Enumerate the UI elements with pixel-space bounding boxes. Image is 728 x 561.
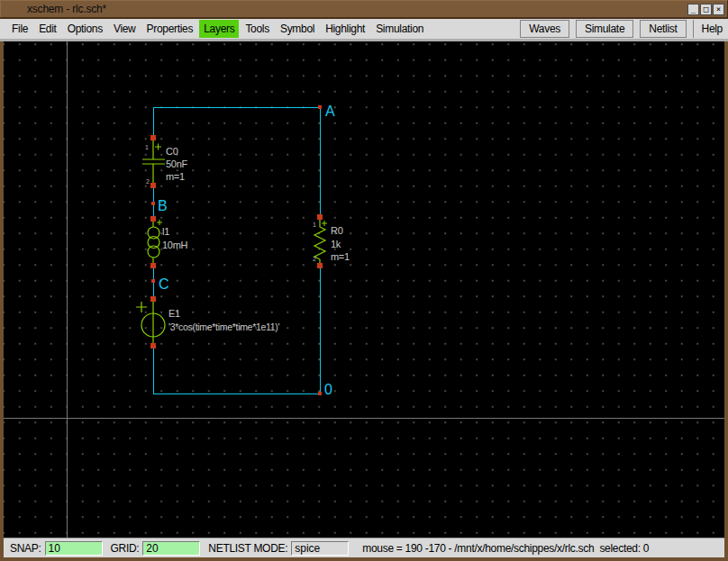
net-label-gnd[interactable]: 0 bbox=[324, 382, 332, 397]
menu-view[interactable]: View bbox=[109, 20, 141, 38]
pin-number: 1 bbox=[145, 144, 149, 150]
minimize-icon[interactable]: _ bbox=[687, 4, 699, 15]
xschem-window: xschem - rlc.sch* _ □ × File Edit Option… bbox=[0, 0, 728, 561]
component-value: 50nF bbox=[166, 158, 187, 169]
pin-square bbox=[150, 135, 156, 140]
close-icon[interactable]: × bbox=[713, 4, 724, 15]
component-value: 10mH bbox=[162, 240, 187, 250]
menubar: File Edit Options View Properties Layers… bbox=[0, 17, 728, 41]
statusbar: SNAP: GRID: NETLIST MODE: mouse = 190 -1… bbox=[4, 538, 724, 557]
schematic-canvas[interactable]: 1 2 C0 50nF m=1 l1 10mH bbox=[4, 41, 724, 538]
net-label-a[interactable]: A bbox=[325, 104, 335, 119]
grid-label: GRID: bbox=[111, 542, 140, 555]
snap-input[interactable] bbox=[45, 541, 103, 556]
polarity-plus-icon bbox=[322, 221, 327, 226]
simulate-button[interactable]: Simulate bbox=[576, 20, 633, 38]
pin-square bbox=[317, 214, 323, 220]
menu-layers[interactable]: Layers bbox=[199, 20, 239, 38]
component-ref: C0 bbox=[166, 146, 178, 157]
net-label-c[interactable]: C bbox=[159, 276, 168, 292]
pin-number: 2 bbox=[146, 178, 150, 185]
menu-edit[interactable]: Edit bbox=[34, 20, 60, 38]
resistor-r0[interactable]: 1 2 R0 1k m=1 bbox=[313, 214, 350, 268]
netlist-button[interactable]: Netlist bbox=[640, 20, 686, 38]
component-ref: R0 bbox=[331, 225, 343, 236]
menu-file[interactable]: File bbox=[7, 20, 32, 38]
component-ref: E1 bbox=[168, 308, 180, 319]
menu-highlight[interactable]: Highlight bbox=[321, 20, 369, 38]
pin-square bbox=[317, 263, 323, 268]
snap-label: SNAP: bbox=[10, 542, 41, 555]
polarity-plus-icon bbox=[157, 220, 162, 225]
inductor-l1[interactable]: l1 10mH bbox=[148, 216, 187, 268]
netlist-mode-label: NETLIST MODE: bbox=[208, 542, 287, 555]
grid-input[interactable] bbox=[142, 541, 200, 556]
menu-actions: Waves Simulate Netlist Help bbox=[520, 20, 728, 38]
component-mult: m=1 bbox=[166, 171, 185, 182]
polarity-plus-icon bbox=[155, 144, 161, 150]
menu-options[interactable]: Options bbox=[63, 20, 107, 38]
component-ref: l1 bbox=[162, 226, 169, 237]
net-label-b[interactable]: B bbox=[158, 198, 167, 213]
menu-tools[interactable]: Tools bbox=[241, 20, 274, 38]
voltage-source-e1[interactable]: E1 '3*cos(time*time*time*1e11)' bbox=[136, 296, 280, 348]
menu-symbol[interactable]: Symbol bbox=[276, 20, 319, 38]
polarity-plus-icon bbox=[136, 302, 147, 312]
pin-square bbox=[150, 343, 156, 348]
label-pin-mark bbox=[318, 392, 322, 395]
capacitor-c0[interactable]: 1 2 C0 50nF m=1 bbox=[142, 135, 187, 188]
netlist-mode-input[interactable] bbox=[291, 541, 349, 556]
titlebar[interactable]: xschem - rlc.sch* _ □ × bbox=[0, 0, 728, 17]
window-title: xschem - rlc.sch* bbox=[27, 3, 106, 15]
component-mult: m=1 bbox=[331, 251, 350, 262]
mouse-status-text: mouse = 190 -170 - /mnt/x/home/schippes/… bbox=[362, 542, 649, 555]
window-controls: _ □ × bbox=[687, 4, 724, 15]
menu-help[interactable]: Help bbox=[693, 20, 726, 38]
schematic-drawing: 1 2 C0 50nF m=1 l1 10mH bbox=[4, 41, 724, 538]
label-pin-mark bbox=[151, 279, 155, 283]
pin-square bbox=[150, 296, 156, 302]
menu-simulation[interactable]: Simulation bbox=[371, 20, 428, 38]
component-value: 1k bbox=[331, 239, 341, 249]
waves-button[interactable]: Waves bbox=[520, 20, 569, 38]
maximize-icon[interactable]: □ bbox=[700, 4, 712, 15]
pin-number: 2 bbox=[313, 256, 316, 262]
label-pin-mark bbox=[151, 202, 155, 205]
pin-square bbox=[150, 216, 156, 222]
label-pin-mark bbox=[318, 105, 322, 109]
pin-number: 1 bbox=[313, 222, 316, 228]
pin-square bbox=[150, 263, 156, 268]
component-value: '3*cos(time*time*time*1e11)' bbox=[168, 321, 280, 332]
menu-properties[interactable]: Properties bbox=[141, 20, 197, 38]
pin-square bbox=[150, 183, 156, 188]
wire-net[interactable] bbox=[153, 107, 320, 394]
